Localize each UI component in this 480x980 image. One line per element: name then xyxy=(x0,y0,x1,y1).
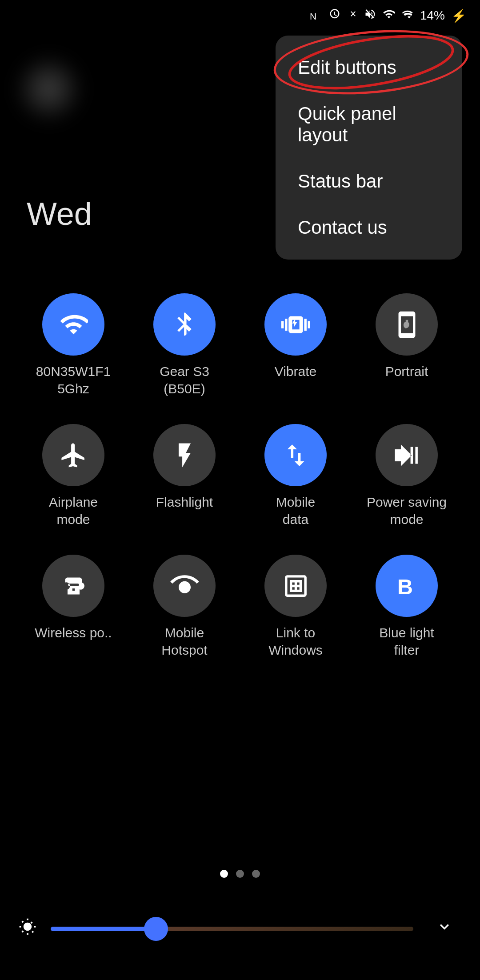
charging-icon: ⚡ xyxy=(451,8,467,23)
tile-wifi[interactable]: 80N35W1F15Ghz xyxy=(24,293,122,397)
date-text: Wed xyxy=(27,196,92,232)
wifi-tile-label: 80N35W1F15Ghz xyxy=(36,363,111,397)
pagination-dots xyxy=(0,870,480,878)
mute-icon xyxy=(364,8,376,24)
tile-bluetooth[interactable]: Gear S3(B50E) xyxy=(136,293,233,397)
tiles-row-1: 80N35W1F15Ghz Gear S3(B50E) Vibrate Port… xyxy=(18,293,462,397)
tile-portrait[interactable]: Portrait xyxy=(358,293,456,397)
svg-text:B: B xyxy=(397,575,412,599)
battery-percentage: 14% xyxy=(420,8,445,23)
wifi-status-icon xyxy=(383,8,395,24)
portrait-tile-label: Portrait xyxy=(385,363,428,380)
svg-text:N: N xyxy=(310,11,316,20)
mobile-hotspot-tile-label: MobileHotspot xyxy=(161,624,207,659)
menu-item-status-bar[interactable]: Status bar xyxy=(276,158,462,204)
tile-blue-light[interactable]: B Blue lightfilter xyxy=(358,555,456,659)
brightness-slider-thumb[interactable] xyxy=(144,917,168,941)
tile-mobile-hotspot[interactable]: MobileHotspot xyxy=(136,555,233,659)
dropdown-menu: Edit buttons Quick panel layout Status b… xyxy=(276,36,462,260)
pagination-dot-2 xyxy=(236,870,244,878)
menu-item-edit-buttons[interactable]: Edit buttons xyxy=(276,44,462,91)
flashlight-tile-icon xyxy=(153,424,216,486)
flashlight-tile-label: Flashlight xyxy=(156,493,213,511)
tile-link-windows[interactable]: Link toWindows xyxy=(247,555,344,659)
bluetooth-tile-label: Gear S3(B50E) xyxy=(160,363,209,397)
tiles-row-3: Wireless po.. MobileHotspot Link toWindo… xyxy=(18,555,462,659)
nfc-icon: N xyxy=(310,8,322,24)
wifi-tile-icon xyxy=(42,293,104,356)
tile-power-saving[interactable]: Power savingmode xyxy=(358,424,456,528)
tile-mobile-data[interactable]: Mobiledata xyxy=(247,424,344,528)
airplane-tile-icon xyxy=(42,424,104,486)
status-bar: N 14% ⚡ xyxy=(0,0,480,31)
vibrate-tile-icon xyxy=(264,293,327,356)
tile-vibrate[interactable]: Vibrate xyxy=(247,293,344,397)
power-saving-tile-icon xyxy=(376,424,438,486)
tile-flashlight[interactable]: Flashlight xyxy=(136,424,233,528)
pagination-dot-3 xyxy=(252,870,260,878)
blue-light-tile-icon: B xyxy=(376,555,438,617)
signal-icon xyxy=(401,8,414,24)
alarm-icon xyxy=(328,8,341,24)
vibrate-tile-label: Vibrate xyxy=(275,363,317,380)
brightness-icon xyxy=(18,917,37,941)
tile-airplane[interactable]: Airplanemode xyxy=(24,424,122,528)
wireless-po-tile-icon xyxy=(42,555,104,617)
menu-item-contact-us[interactable]: Contact us xyxy=(276,204,462,251)
tiles-row-2: Airplanemode Flashlight Mobiledata Power… xyxy=(18,424,462,528)
mobile-data-tile-icon xyxy=(264,424,327,486)
link-windows-tile-label: Link toWindows xyxy=(268,624,323,659)
bluetooth-tile-icon xyxy=(153,293,216,356)
mobile-hotspot-tile-icon xyxy=(153,555,216,617)
bluetooth-icon xyxy=(347,8,358,24)
portrait-tile-icon xyxy=(376,293,438,356)
menu-item-quick-panel-layout[interactable]: Quick panel layout xyxy=(276,91,462,158)
airplane-tile-label: Airplanemode xyxy=(49,493,98,528)
brightness-slider-track[interactable] xyxy=(51,927,413,931)
pagination-dot-1 xyxy=(220,870,228,878)
background-blur xyxy=(13,53,84,124)
chevron-down-icon[interactable] xyxy=(427,913,462,944)
power-saving-tile-label: Power savingmode xyxy=(367,493,447,528)
mobile-data-tile-label: Mobiledata xyxy=(276,493,315,528)
brightness-bar xyxy=(0,913,480,944)
blue-light-tile-label: Blue lightfilter xyxy=(379,624,434,659)
wireless-po-tile-label: Wireless po.. xyxy=(35,624,112,641)
quick-tiles-area: 80N35W1F15Ghz Gear S3(B50E) Vibrate Port… xyxy=(0,293,480,685)
tile-wireless-po[interactable]: Wireless po.. xyxy=(24,555,122,659)
link-windows-tile-icon xyxy=(264,555,327,617)
